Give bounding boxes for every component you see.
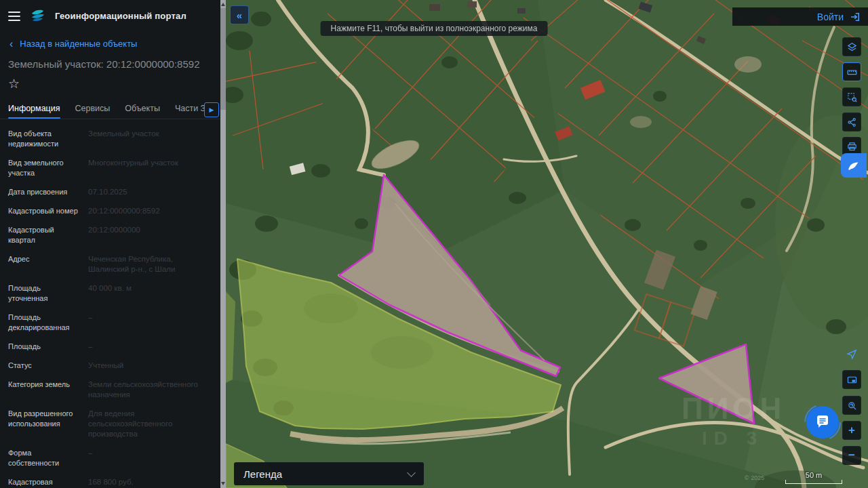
- field-label: Вид разрешенного использования: [8, 409, 79, 439]
- field-label: Вид земельного участка: [8, 158, 79, 178]
- scroll-down-icon[interactable]: [221, 482, 225, 485]
- draw-identify-tool-button[interactable]: [841, 153, 867, 178]
- field-label: Статус: [8, 361, 79, 371]
- favorite-star-icon[interactable]: ☆: [8, 78, 220, 90]
- field-value: Многоконтурный участок: [88, 158, 212, 178]
- field-label: Кадастровый квартал: [8, 225, 79, 245]
- overview-map-button[interactable]: [842, 370, 861, 389]
- info-sidebar: Геоинформационный портал ‹ Назад в найде…: [0, 0, 220, 488]
- field-value: 168 800 руб.: [88, 477, 212, 488]
- field-row: Кадастровая стоимость 168 800 руб.: [8, 477, 212, 488]
- search-extent-icon: [846, 400, 858, 411]
- scale-bar: [785, 480, 842, 484]
- chat-bubble-icon: [814, 414, 831, 430]
- parcel-title: Земельный участок: 20:12:0000000:8592: [8, 58, 212, 70]
- satellite-map[interactable]: [226, 0, 868, 488]
- field-label: Адрес: [8, 254, 79, 274]
- zoom-in-button[interactable]: +: [842, 421, 861, 440]
- zoom-to-extent-button[interactable]: [842, 396, 861, 415]
- field-row: Кадастровый квартал 20:12:0000000: [8, 225, 212, 245]
- field-row: Кадастровый номер 20:12:0000000:8592: [8, 206, 212, 216]
- fullscreen-toast: Нажмите F11, чтобы выйти из полноэкранно…: [321, 21, 548, 36]
- zoom-out-button[interactable]: −: [842, 446, 861, 465]
- field-value: 20:12:0000000: [88, 225, 212, 245]
- back-to-results-link[interactable]: ‹ Назад в найденные объекты: [9, 39, 212, 49]
- field-value: Земли сельскохозяйственного назначения: [88, 380, 212, 400]
- scroll-up-icon[interactable]: [221, 3, 225, 6]
- field-label: Площадь: [8, 342, 79, 352]
- field-label: Площадь уточненная: [8, 283, 79, 304]
- ruler-icon: [846, 66, 858, 78]
- field-value: –: [88, 448, 212, 468]
- field-label: Дата присвоения: [8, 187, 79, 197]
- field-value: Чеченская Республика, Шалинский р-н., с …: [88, 254, 212, 274]
- select-area-button[interactable]: [842, 87, 861, 106]
- portal-logo: [29, 8, 46, 24]
- field-value: Для ведения сельскохозяйственного произв…: [88, 409, 212, 439]
- app-title: Геоинформационный портал: [55, 11, 186, 21]
- field-row: Площадь уточненная 40 000 кв. м: [8, 283, 212, 304]
- field-value: Земельный участок: [88, 129, 212, 149]
- map-attribution: © 2025: [745, 474, 764, 481]
- field-label: Форма собственности: [8, 448, 79, 468]
- scrollbar-thumb[interactable]: [220, 8, 226, 110]
- legend-label: Легенда: [243, 468, 282, 480]
- field-label: Кадастровый номер: [8, 206, 79, 216]
- satellite-imagery: [226, 0, 868, 488]
- field-row: Статус Учтенный: [8, 361, 212, 371]
- draw-polygon-icon: [846, 158, 861, 173]
- parcel-attributes: Вид объекта недвижимости Земельный участ…: [0, 119, 220, 488]
- field-label: Кадастровая стоимость: [8, 477, 79, 488]
- field-label: Площадь декларированная: [8, 312, 79, 333]
- chat-circle[interactable]: [806, 406, 839, 439]
- field-value: –: [88, 342, 212, 352]
- share-icon: [846, 117, 858, 128]
- back-chevron-icon: ‹: [9, 40, 13, 48]
- select-area-icon: [846, 92, 858, 103]
- field-label: Категория земель: [8, 380, 79, 400]
- minimap-icon: [846, 374, 858, 386]
- field-row: Вид разрешенного использования Для веден…: [8, 409, 212, 439]
- sidebar-header: Геоинформационный портал: [0, 0, 220, 26]
- menu-icon[interactable]: [8, 12, 20, 21]
- field-label: Вид объекта недвижимости: [8, 129, 79, 149]
- tabs-overflow-arrow-icon[interactable]: ▶: [204, 102, 219, 117]
- scale-label: 50 m: [785, 471, 842, 479]
- chat-button[interactable]: [803, 403, 842, 442]
- field-value: 20:12:0000000:8592: [88, 206, 212, 216]
- field-row: Категория земель Земли сельскохозяйствен…: [8, 380, 212, 400]
- field-row: Вид земельного участка Многоконтурный уч…: [8, 158, 212, 178]
- tab-information[interactable]: Информация: [8, 101, 60, 119]
- field-row: Площадь декларированная –: [8, 312, 212, 333]
- field-value: 07.10.2025: [88, 187, 212, 197]
- layers-icon: [846, 41, 858, 53]
- field-value: –: [88, 312, 212, 333]
- layers-button[interactable]: [842, 37, 861, 56]
- sidebar-collapse-button[interactable]: «: [230, 5, 249, 24]
- legend-dropdown[interactable]: Легенда: [234, 462, 424, 485]
- tab-objects[interactable]: Объекты: [125, 101, 160, 119]
- tab-services[interactable]: Сервисы: [75, 101, 111, 119]
- tab-bar: Информация Сервисы Объекты Части ЗУ Сост…: [8, 101, 220, 119]
- back-link-label: Назад в найденные объекты: [20, 39, 137, 49]
- field-row: Площадь –: [8, 342, 212, 352]
- locate-button[interactable]: [842, 344, 861, 363]
- print-icon: [846, 141, 858, 152]
- field-value: Учтенный: [88, 361, 212, 371]
- login-bar: Войти: [732, 7, 868, 26]
- sidebar-scrollbar[interactable]: [220, 0, 226, 488]
- map-scale: 50 m: [785, 471, 842, 484]
- login-button[interactable]: Войти: [817, 12, 844, 22]
- share-button[interactable]: [842, 113, 861, 131]
- field-row: Адрес Чеченская Республика, Шалинский р-…: [8, 254, 212, 274]
- measure-button[interactable]: [842, 62, 861, 81]
- chevron-down-icon: [407, 468, 416, 477]
- field-value: 40 000 кв. м: [88, 283, 212, 304]
- field-row: Дата присвоения 07.10.2025: [8, 187, 212, 197]
- field-row: Вид объекта недвижимости Земельный участ…: [8, 129, 212, 149]
- locate-arrow-icon: [846, 348, 858, 360]
- login-arrow-icon[interactable]: [849, 11, 861, 23]
- field-row: Форма собственности –: [8, 448, 212, 468]
